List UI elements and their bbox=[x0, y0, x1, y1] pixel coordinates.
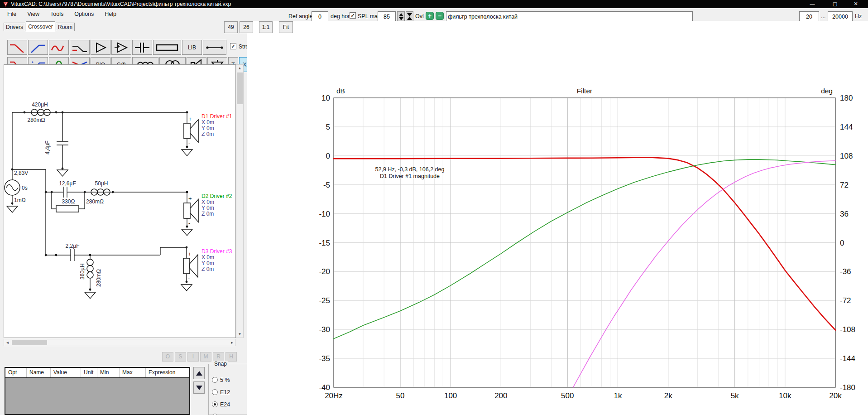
y2-tick-label: -72 bbox=[840, 296, 851, 305]
ref-angle-input[interactable] bbox=[312, 11, 328, 22]
library-button[interactable]: LIB bbox=[182, 40, 202, 55]
capacitor-icon bbox=[134, 41, 151, 54]
y-tick-label: -10 bbox=[319, 210, 330, 218]
menu-options[interactable]: Options bbox=[69, 9, 99, 19]
spl-max-spinner[interactable] bbox=[397, 11, 405, 22]
filter-chart-panel[interactable]: dBFilterdeg1050-5-10-15-20-25-30-35-4018… bbox=[247, 21, 868, 415]
spl-max-input[interactable] bbox=[378, 11, 396, 22]
series-d1-low-pass-magnitude[interactable] bbox=[334, 158, 835, 330]
svg-text:Y 0m: Y 0m bbox=[201, 125, 214, 131]
left-axis-unit: dB bbox=[336, 87, 345, 95]
lowpass-filter-button[interactable] bbox=[7, 40, 27, 55]
y-tick-label: -15 bbox=[319, 239, 330, 247]
x-tick-label: 20k bbox=[829, 391, 842, 400]
normalize-button[interactable] bbox=[406, 11, 413, 22]
ref-angle-label: Ref angle bbox=[288, 13, 313, 19]
svg-text:+: + bbox=[188, 251, 192, 257]
y2-tick-label: -180 bbox=[840, 383, 855, 392]
scroll-left-icon[interactable]: ◄ bbox=[4, 339, 11, 346]
scroll-right-icon[interactable]: ► bbox=[229, 339, 235, 346]
freq-max-input[interactable] bbox=[828, 11, 853, 22]
snap-option-E12[interactable]: E12 bbox=[212, 389, 230, 396]
row-down-button[interactable] bbox=[193, 381, 205, 394]
scroll-down-icon[interactable]: ▼ bbox=[236, 331, 243, 338]
overlay-remove-button[interactable]: − bbox=[436, 12, 444, 20]
schematic-vscrollbar[interactable]: ▲ ▼ bbox=[236, 64, 244, 338]
driver-labels: D1 Driver #1 X 0m Y 0m Z 0m D2 Driver #2… bbox=[201, 113, 232, 272]
resistor-R1[interactable] bbox=[56, 206, 79, 212]
buffer-block-button[interactable] bbox=[91, 40, 110, 55]
maximize-button[interactable]: ▢ bbox=[825, 0, 845, 8]
svg-text:X 0m: X 0m bbox=[201, 119, 214, 125]
freq-unit-label: Hz bbox=[855, 13, 862, 19]
bandpass-curve-icon bbox=[50, 41, 67, 54]
highpass-filter-button[interactable] bbox=[28, 40, 48, 55]
column-header-unit: Unit bbox=[81, 368, 97, 377]
capacitor-button[interactable] bbox=[132, 40, 152, 55]
menu-tools[interactable]: Tools bbox=[45, 9, 69, 19]
filter-chart[interactable]: dBFilterdeg1050-5-10-15-20-25-30-35-4018… bbox=[247, 21, 868, 415]
inductor-L3[interactable] bbox=[87, 259, 93, 278]
amplifier-block-button[interactable] bbox=[111, 40, 131, 55]
snap-option-5%[interactable]: 5 % bbox=[212, 377, 230, 383]
y2-tick-label: 0 bbox=[840, 239, 844, 247]
optimizer-button-s[interactable]: S bbox=[175, 352, 186, 362]
series-d3-high-pass-magnitude[interactable] bbox=[573, 161, 835, 387]
column-header-name: Name bbox=[27, 368, 51, 377]
x-tick-label: 5k bbox=[731, 391, 739, 400]
svg-text:Z 0m: Z 0m bbox=[201, 211, 214, 217]
wire-button[interactable] bbox=[203, 40, 226, 55]
menu-view[interactable]: View bbox=[22, 9, 45, 19]
schematic-canvas[interactable]: +- +- +- 420µH 280mΩ 4,4µF 2,83V 0s 1mΩ … bbox=[4, 64, 236, 338]
snap-option-E24[interactable]: E24 bbox=[212, 401, 230, 408]
zoom-button-26[interactable]: 26 bbox=[240, 21, 253, 33]
series-d2-band-pass-magnitude[interactable] bbox=[334, 159, 835, 338]
driver-D3-symbol[interactable]: +- bbox=[183, 251, 198, 282]
vscroll-thumb[interactable] bbox=[237, 72, 243, 104]
close-button[interactable]: ✕ bbox=[845, 0, 866, 8]
project-name-input[interactable] bbox=[446, 11, 693, 22]
freq-min-input[interactable] bbox=[799, 11, 819, 22]
resistor-icon bbox=[155, 41, 179, 54]
tab-crossover[interactable]: Crossover bbox=[26, 21, 55, 32]
tab-drivers[interactable]: Drivers bbox=[4, 23, 25, 31]
svg-text:-: - bbox=[188, 140, 190, 147]
stretch-checkbox[interactable]: ✓ bbox=[230, 43, 236, 49]
optimizer-button-o[interactable]: O bbox=[162, 352, 173, 362]
y2-tick-label: 180 bbox=[840, 94, 853, 102]
spl-max-checkbox[interactable]: ✓ bbox=[350, 12, 356, 19]
driver-D2-symbol[interactable]: +- bbox=[184, 195, 198, 227]
menu-help[interactable]: Help bbox=[99, 9, 122, 19]
y2-tick-label: 144 bbox=[840, 123, 853, 131]
minimize-button[interactable]: — bbox=[802, 0, 823, 8]
signal-source[interactable] bbox=[5, 180, 20, 195]
source-voltage-label: 2,83V bbox=[14, 170, 28, 176]
bandpass-filter-button[interactable] bbox=[49, 40, 69, 55]
scroll-up-icon[interactable]: ▲ bbox=[236, 65, 243, 72]
svg-text:X 0m: X 0m bbox=[201, 254, 214, 261]
optimizer-button-h[interactable]: H bbox=[225, 352, 237, 362]
zoom-button-1-1[interactable]: 1:1 bbox=[259, 21, 273, 33]
x-tick-label: 500 bbox=[561, 391, 574, 400]
optimizer-button-r[interactable]: R bbox=[213, 352, 224, 362]
y2-tick-label: 36 bbox=[840, 210, 849, 218]
tab-room[interactable]: Room bbox=[56, 23, 75, 31]
menu-file[interactable]: File bbox=[2, 9, 22, 19]
driver-D1-symbol[interactable]: +- bbox=[184, 116, 198, 147]
chart-title: Filter bbox=[577, 87, 592, 95]
x-tick-label: 20Hz bbox=[325, 391, 343, 400]
schematic-hscrollbar[interactable]: ◄ ► bbox=[4, 339, 236, 346]
snap-title: Snap bbox=[213, 361, 228, 367]
parameter-table[interactable]: OptNameValueUnitMinMaxExpression bbox=[5, 367, 190, 415]
hscroll-thumb[interactable] bbox=[12, 340, 47, 345]
optimizer-button-i[interactable]: I bbox=[187, 352, 199, 362]
zoom-button-49[interactable]: 49 bbox=[224, 21, 238, 33]
optimizer-button-m[interactable]: M bbox=[200, 352, 211, 362]
overlay-add-button[interactable]: + bbox=[426, 12, 434, 20]
C3-value-label: 2,2µF bbox=[66, 243, 80, 249]
shelf-filter-button[interactable] bbox=[70, 40, 90, 55]
driver-D3-name: D3 Driver #3 bbox=[201, 248, 232, 255]
zoom-button-Fit[interactable]: Fit bbox=[279, 21, 293, 33]
row-up-button[interactable] bbox=[193, 367, 205, 379]
resistor-button[interactable] bbox=[153, 40, 181, 55]
